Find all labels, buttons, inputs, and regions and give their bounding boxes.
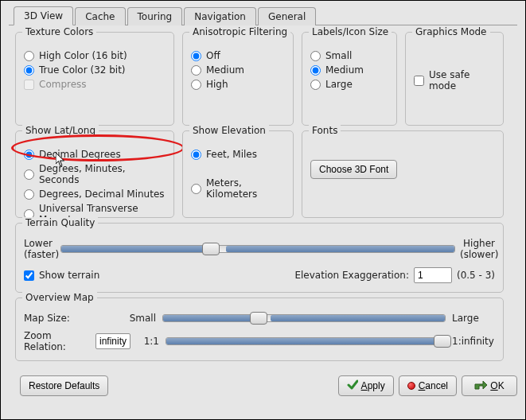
radio-true-color[interactable] <box>24 65 34 76</box>
arrow-ok-icon <box>474 379 487 392</box>
slider-terrain[interactable] <box>60 245 455 253</box>
label-aniso-high: High <box>206 79 228 90</box>
apply-button[interactable]: Apply <box>338 375 394 396</box>
tab-cache[interactable]: Cache <box>75 7 125 25</box>
tab-touring[interactable]: Touring <box>127 7 183 25</box>
legend-show-elevation: Show Elevation <box>189 125 269 136</box>
slider-map-size[interactable] <box>162 314 446 322</box>
radio-feet-miles[interactable] <box>191 150 201 160</box>
group-overview-map: Overview Map Map Size: Small Large Zoom … <box>15 298 504 361</box>
ok-label: OK <box>490 380 504 391</box>
label-map-size: Map Size: <box>24 313 119 324</box>
opt-meters-km[interactable]: Meters, Kilometers <box>191 177 285 200</box>
label-aniso-medium: Medium <box>206 64 244 76</box>
opt-ddm[interactable]: Degrees, Decimal Minutes <box>24 189 166 200</box>
label-aniso-off: Off <box>206 50 220 61</box>
opt-size-medium[interactable]: Medium <box>310 64 388 76</box>
label-terrain-lower: Lower <box>24 238 56 249</box>
label-dms: Degrees, Minutes, Seconds <box>39 163 166 185</box>
legend-show-latlong: Show Lat/Long <box>22 125 99 136</box>
slider-zoom-relation[interactable] <box>166 337 446 345</box>
label-show-terrain: Show terrain <box>39 270 99 281</box>
opt-aniso-medium[interactable]: Medium <box>191 64 285 76</box>
radio-aniso-medium[interactable] <box>191 65 201 76</box>
label-size-medium: Medium <box>325 64 364 76</box>
radio-ddm[interactable] <box>24 189 34 200</box>
group-fonts: Fonts Choose 3D Font <box>302 130 504 218</box>
radio-decimal-degrees[interactable] <box>24 150 34 160</box>
radio-size-small[interactable] <box>310 51 321 61</box>
group-show-elevation: Show Elevation Feet, Miles Meters, Kilom… <box>182 130 294 218</box>
group-labels-icon: Labels/Icon Size Small Medium Large <box>302 32 397 126</box>
label-zoom-lo: 1:1 <box>137 336 159 347</box>
tab-panel-3d-view: Texture Colors High Color (16 bit) True … <box>9 25 517 371</box>
group-show-latlong: Show Lat/Long Decimal Degrees Degrees, M… <box>15 130 174 218</box>
opt-safe-mode[interactable]: Use safe mode <box>414 69 495 91</box>
label-zoom-hi: 1:infinity <box>452 336 495 347</box>
label-true-color: True Color (32 bit) <box>39 64 126 76</box>
label-meters-km: Meters, Kilometers <box>206 177 285 200</box>
label-terrain-higher: Higher <box>460 238 495 249</box>
label-elev-exag: Elevation Exaggeration: <box>294 270 409 281</box>
restore-defaults-button[interactable]: Restore Defaults <box>20 375 108 396</box>
tab-general[interactable]: General <box>258 7 316 25</box>
checkbox-safe-mode[interactable] <box>414 76 424 86</box>
group-anisotropic: Anisotropic Filtering Off Medium High <box>182 32 294 126</box>
tab-navigation[interactable]: Navigation <box>184 7 256 25</box>
cancel-label: Cancel <box>419 380 448 391</box>
group-graphics-mode: Graphics Mode Use safe mode <box>405 32 504 126</box>
input-zoom-relation[interactable] <box>95 333 131 349</box>
label-compress: Compress <box>39 79 87 90</box>
check-icon <box>347 379 358 393</box>
preferences-dialog: 3D View Cache Touring Navigation General… <box>0 0 526 420</box>
opt-compress: Compress <box>24 79 166 90</box>
label-size-small: Small <box>325 50 352 61</box>
opt-decimal-degrees[interactable]: Decimal Degrees <box>24 149 166 160</box>
opt-feet-miles[interactable]: Feet, Miles <box>191 149 285 160</box>
legend-labels-icon: Labels/Icon Size <box>309 26 392 37</box>
opt-size-small[interactable]: Small <box>310 50 388 61</box>
label-high-color: High Color (16 bit) <box>39 50 127 61</box>
radio-aniso-high[interactable] <box>191 80 201 90</box>
opt-aniso-high[interactable]: High <box>191 79 285 90</box>
radio-meters-km[interactable] <box>191 184 201 194</box>
label-zoom-relation: Zoom Relation: <box>24 330 89 352</box>
legend-terrain-quality: Terrain Quality <box>22 217 98 228</box>
radio-size-large[interactable] <box>310 80 321 90</box>
group-texture-colors: Texture Colors High Color (16 bit) True … <box>15 32 174 126</box>
ok-button[interactable]: OK <box>462 375 517 396</box>
opt-size-large[interactable]: Large <box>310 79 388 90</box>
dialog-footer: Restore Defaults Apply Cancel OK <box>1 371 525 406</box>
tab-3d-view[interactable]: 3D View <box>14 6 73 25</box>
legend-texture-colors: Texture Colors <box>22 26 96 37</box>
label-map-small: Small <box>126 313 156 324</box>
opt-high-color[interactable]: High Color (16 bit) <box>24 50 166 61</box>
label-terrain-faster: (faster) <box>24 249 56 260</box>
opt-dms[interactable]: Degrees, Minutes, Seconds <box>24 163 166 185</box>
radio-aniso-off[interactable] <box>191 51 201 61</box>
input-elev-exag[interactable] <box>414 267 452 283</box>
legend-overview-map: Overview Map <box>22 292 97 303</box>
group-terrain-quality: Terrain Quality Lower (faster) Higher (s… <box>15 223 504 293</box>
opt-aniso-off[interactable]: Off <box>191 50 285 61</box>
label-map-large: Large <box>452 313 495 324</box>
label-safe-mode: Use safe mode <box>429 69 495 91</box>
label-decimal-degrees: Decimal Degrees <box>39 149 121 160</box>
radio-dms[interactable] <box>24 169 34 180</box>
label-feet-miles: Feet, Miles <box>206 149 257 160</box>
opt-true-color[interactable]: True Color (32 bit) <box>24 64 166 76</box>
choose-3d-font-button[interactable]: Choose 3D Font <box>310 160 397 179</box>
label-ddm: Degrees, Decimal Minutes <box>39 189 165 200</box>
legend-anisotropic: Anisotropic Filtering <box>189 26 290 37</box>
checkbox-show-terrain[interactable] <box>24 270 34 281</box>
radio-high-color[interactable] <box>24 51 34 61</box>
label-size-large: Large <box>325 79 353 90</box>
record-icon <box>407 382 415 390</box>
cancel-button[interactable]: Cancel <box>399 375 457 396</box>
legend-graphics-mode: Graphics Mode <box>412 26 490 37</box>
label-terrain-slower: (slower) <box>460 249 495 260</box>
checkbox-compress <box>24 80 34 90</box>
label-elev-exag-range: (0.5 - 3) <box>457 270 495 281</box>
radio-size-medium[interactable] <box>310 65 321 76</box>
opt-show-terrain[interactable]: Show terrain <box>24 270 99 281</box>
